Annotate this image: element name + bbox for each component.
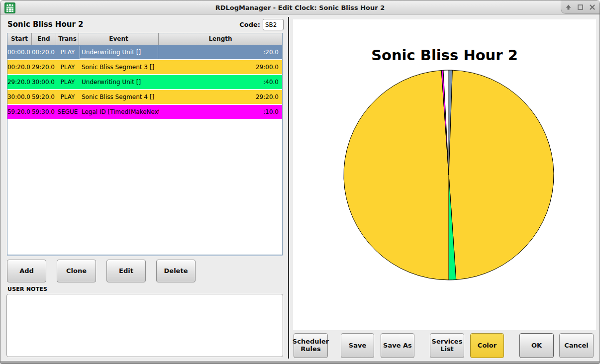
table-header: Start End Trans Event Length <box>7 33 282 45</box>
maximize-button[interactable] <box>577 3 585 11</box>
save-as-button[interactable]: Save As <box>381 333 414 358</box>
save-button[interactable]: Save <box>341 333 374 358</box>
cell-trans: PLAY <box>56 45 79 59</box>
close-button[interactable] <box>589 3 597 11</box>
cell-end: 29:20.0 <box>32 60 56 74</box>
cell-event: Underwriting Unit [] <box>79 45 159 59</box>
window-title: RDLogManager - Edit Clock: Sonic Bliss H… <box>0 0 600 15</box>
cell-length: 29:00.0 <box>159 60 282 74</box>
add-button[interactable]: Add <box>7 260 46 282</box>
column-header-event: Event <box>79 33 159 45</box>
user-notes-textarea[interactable] <box>6 294 283 357</box>
cell-end: 59:20.0 <box>32 90 56 104</box>
cell-end: 59:30.0 <box>32 105 56 119</box>
cell-length: 29:20.0 <box>159 90 282 104</box>
edit-button[interactable]: Edit <box>106 260 146 282</box>
app-window: RDLogManager - Edit Clock: Sonic Bliss H… <box>0 0 600 364</box>
window-bottom-border <box>0 361 600 364</box>
cell-event: Legal ID [Timed(MakeNext)] <box>79 105 159 119</box>
table-row[interactable]: 59:20.0 59:30.0 SEGUE Legal ID [Timed(Ma… <box>7 105 282 119</box>
delete-button[interactable]: Delete <box>156 260 196 282</box>
cell-start: 30:00.0 <box>7 90 32 104</box>
cell-trans: SEGUE <box>56 105 79 119</box>
column-header-trans: Trans <box>56 33 79 45</box>
cell-start: 00:20.0 <box>7 60 32 74</box>
cell-trans: PLAY <box>56 60 79 74</box>
cell-event: Sonic Bliss Segment 4 [] <box>79 90 159 104</box>
cell-length: :40.0 <box>159 75 282 89</box>
maximize-icon <box>577 4 584 10</box>
cell-trans: PLAY <box>56 90 79 104</box>
clock-table-body: 00:00.0 00:20.0 PLAY Underwriting Unit [… <box>7 45 282 255</box>
column-header-start: Start <box>7 33 32 45</box>
cell-start: 29:20.0 <box>7 75 32 89</box>
user-notes-label: USER NOTES <box>7 286 47 292</box>
clock-chart-panel: Sonic Bliss Hour 2 <box>293 19 596 330</box>
cell-length: :10.0 <box>159 105 282 119</box>
cell-end: 30:00.0 <box>32 75 56 89</box>
close-icon <box>589 4 596 10</box>
cell-event: Sonic Bliss Segment 3 [] <box>79 60 159 74</box>
panel-divider <box>288 17 289 359</box>
cell-trans: PLAY <box>56 75 79 89</box>
rollup-button[interactable] <box>565 3 573 11</box>
pie-slice <box>344 71 449 280</box>
code-label: Code: <box>225 21 260 28</box>
window-controls <box>561 0 600 14</box>
clock-name-heading: Sonic Bliss Hour 2 <box>7 20 83 29</box>
clone-button[interactable]: Clone <box>57 260 96 282</box>
cell-start: 00:00.0 <box>7 45 32 59</box>
table-row[interactable]: 30:00.0 59:20.0 PLAY Sonic Bliss Segment… <box>7 90 282 104</box>
color-button[interactable]: Color <box>470 333 504 358</box>
clock-pie <box>293 19 596 330</box>
ok-button[interactable]: OK <box>519 333 554 358</box>
services-list-button[interactable]: Services List <box>430 333 464 358</box>
clock-events-table: Start End Trans Event Length 00:00.0 00:… <box>7 33 283 255</box>
cell-event: Underwriting Unit [] <box>79 75 159 89</box>
cell-length: :20.0 <box>159 45 282 59</box>
scheduler-rules-button[interactable]: Scheduler Rules <box>294 333 328 358</box>
window-titlebar: RDLogManager - Edit Clock: Sonic Bliss H… <box>0 0 600 15</box>
code-input[interactable] <box>263 19 284 30</box>
column-header-length: Length <box>159 33 282 45</box>
column-header-end: End <box>32 33 56 45</box>
pie-slice <box>449 70 554 279</box>
table-row[interactable]: 00:20.0 29:20.0 PLAY Sonic Bliss Segment… <box>7 60 282 74</box>
table-row[interactable]: 00:00.0 00:20.0 PLAY Underwriting Unit [… <box>7 45 282 59</box>
cancel-button[interactable]: Cancel <box>559 333 594 358</box>
up-arrow-icon <box>565 4 572 10</box>
cell-start: 59:20.0 <box>7 105 32 119</box>
cell-end: 00:20.0 <box>32 45 56 59</box>
table-row[interactable]: 29:20.0 30:00.0 PLAY Underwriting Unit [… <box>7 75 282 89</box>
